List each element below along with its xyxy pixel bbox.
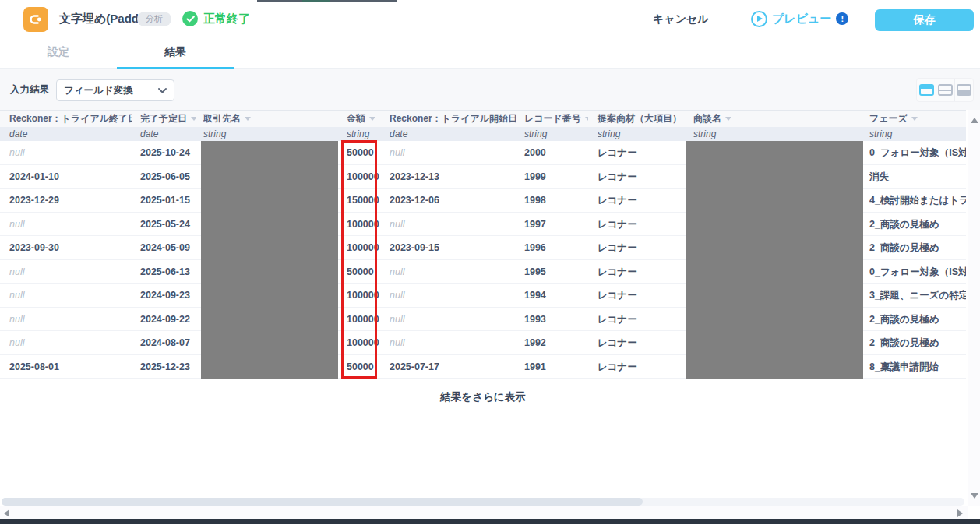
table-cell: null	[380, 260, 518, 284]
view-mode-split-button[interactable]	[936, 79, 954, 101]
column-header[interactable]: フェーズ	[865, 111, 966, 127]
preview-label: プレビュー	[772, 12, 831, 26]
column-header[interactable]: 完了予定日	[132, 111, 196, 127]
horizontal-scrollbar-track[interactable]	[2, 498, 964, 506]
table-cell: 2024-01-10	[0, 165, 132, 189]
table-cell: レコナー	[588, 165, 686, 189]
column-type-label: string	[865, 127, 966, 141]
table-cell: null	[0, 213, 132, 236]
table-cell: 2025-08-01	[0, 355, 132, 379]
table-cell: 2023-09-15	[380, 236, 518, 259]
check-circle-icon	[182, 11, 198, 26]
table-cell: null	[380, 331, 518, 354]
table-cell: null	[0, 331, 132, 354]
column-header-label: レコード番号	[524, 112, 581, 125]
table-cell: 2025-12-23	[132, 355, 196, 379]
table-cell: null	[0, 284, 132, 307]
column-header-label: 商談名	[693, 112, 721, 125]
column-header[interactable]: 取引先名	[196, 111, 341, 127]
table-cell: レコナー	[588, 213, 686, 236]
tab-settings[interactable]: 設定	[0, 37, 117, 69]
table-cell: 2023-12-29	[0, 189, 132, 212]
table-cell: 2_商談の見極め	[865, 236, 966, 259]
column-header[interactable]: レコード番号	[518, 111, 588, 127]
table-cell: レコナー	[588, 236, 686, 259]
table-cell: レコナー	[588, 355, 686, 379]
padding-node-icon	[23, 7, 48, 32]
table-cell: レコナー	[588, 284, 686, 307]
scroll-down-arrow-icon[interactable]	[971, 493, 978, 499]
show-more-results-link[interactable]: 結果をさらに表示	[0, 390, 966, 404]
table-cell: 2025-05-24	[132, 213, 196, 236]
column-type-label: string	[686, 127, 865, 141]
table-cell: 2024-08-07	[132, 331, 196, 354]
table-cell: 2025-10-24	[132, 141, 196, 164]
window-bottom-edge	[0, 519, 980, 524]
native-vertical-scrollbar[interactable]	[968, 110, 980, 506]
column-header-label: Reckoner：トライアル開始日	[390, 112, 517, 125]
top-pane-view-icon	[919, 84, 934, 96]
table-cell: 0_フォロー対象（IS対応）	[865, 141, 966, 164]
column-header-label: 金額	[347, 112, 365, 125]
column-type-label: date	[0, 127, 132, 141]
column-type-label: date	[132, 127, 196, 141]
filter-icon[interactable]	[369, 117, 375, 121]
table-cell: null	[0, 308, 132, 331]
table-cell: 1992	[518, 331, 588, 354]
status-indicator: 正常終了	[182, 0, 250, 37]
filter-icon[interactable]	[911, 117, 918, 121]
column-header[interactable]: Reckoner：トライアル開始日	[380, 111, 518, 127]
table-cell: 1995	[518, 260, 588, 284]
grid-header-row: Reckoner：トライアル終了日完了予定日取引先名金額Reckoner：トライ…	[0, 110, 966, 127]
filter-icon[interactable]	[191, 117, 196, 121]
column-type-label: string	[588, 127, 686, 141]
table-cell: 4_検討開始またはトライアル	[865, 189, 966, 212]
native-horizontal-scrollbar[interactable]	[0, 506, 968, 519]
column-header[interactable]: 商談名	[686, 111, 865, 127]
tab-bar: 設定 結果	[0, 37, 980, 69]
column-type-label: string	[518, 127, 588, 141]
table-cell: 8_稟議申請開始	[865, 355, 966, 379]
table-cell: レコナー	[588, 260, 686, 284]
column-type-label: string	[341, 127, 380, 141]
column-header[interactable]: 提案商材（大項目）	[588, 111, 686, 127]
status-text: 正常終了	[203, 12, 250, 26]
chevron-down-icon	[158, 88, 167, 93]
table-cell: 消失	[865, 165, 966, 189]
filter-icon[interactable]	[725, 117, 731, 121]
table-cell: レコナー	[588, 331, 686, 354]
table-cell: レコナー	[588, 141, 686, 164]
view-mode-top-pane-button[interactable]	[917, 79, 936, 101]
amount-column-highlight-box	[341, 140, 377, 379]
column-header[interactable]: 金額	[341, 111, 380, 127]
cancel-button[interactable]: キャンセル	[653, 0, 709, 37]
table-cell: null	[380, 308, 518, 331]
tab-results[interactable]: 結果	[117, 37, 234, 69]
scroll-right-arrow-icon[interactable]	[957, 509, 963, 517]
table-cell: 2000	[518, 141, 588, 164]
redacted-block-deal-name	[686, 141, 863, 379]
play-icon	[751, 11, 767, 27]
table-cell: 2023-12-06	[380, 189, 518, 212]
grid-type-row: datedatestringstringdatestringstringstri…	[0, 127, 966, 141]
table-cell: 1994	[518, 284, 588, 307]
table-cell: 2025-06-13	[132, 260, 196, 284]
table-cell: 3_課題、ニーズの特定	[865, 284, 966, 307]
table-cell: null	[380, 284, 518, 307]
table-cell: 1991	[518, 355, 588, 379]
preview-button[interactable]: プレビュー !	[751, 0, 848, 37]
save-button[interactable]: 保存	[875, 9, 974, 31]
table-cell: 2_商談の見極め	[865, 308, 966, 331]
filter-icon[interactable]	[245, 117, 251, 121]
table-cell: 1997	[518, 213, 588, 236]
column-header-label: 提案商材（大項目）	[598, 112, 682, 125]
table-cell: 2024-05-09	[132, 236, 196, 259]
table-cell: 1998	[518, 189, 588, 212]
result-toolbar: 入力結果 フィールド変換	[0, 69, 980, 110]
scroll-left-arrow-icon[interactable]	[4, 509, 9, 517]
scroll-up-arrow-icon[interactable]	[971, 118, 978, 123]
input-result-dropdown[interactable]: フィールド変換	[56, 79, 174, 101]
column-header[interactable]: Reckoner：トライアル終了日	[0, 111, 132, 127]
horizontal-scrollbar-thumb[interactable]	[2, 498, 643, 506]
view-mode-bottom-pane-button[interactable]	[954, 79, 973, 101]
